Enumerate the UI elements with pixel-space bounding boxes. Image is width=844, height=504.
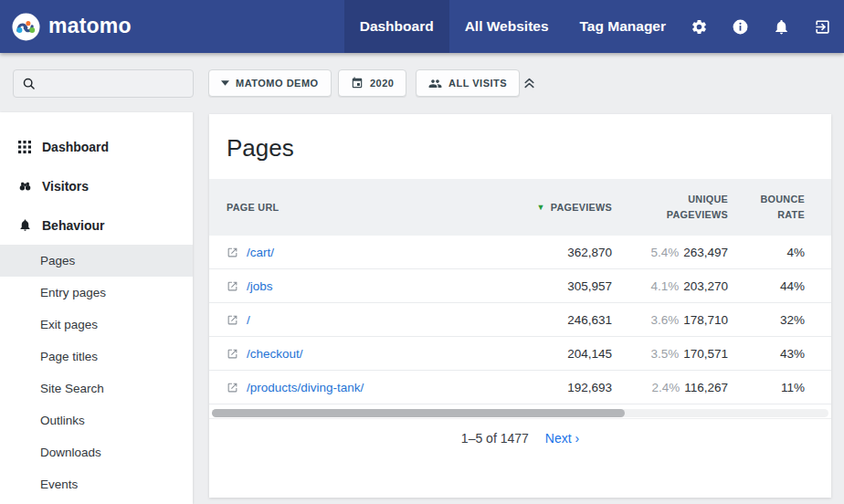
page-url-cell: /jobs [227,279,438,293]
bounce-rate-cell: 43% [728,347,805,361]
horizontal-scrollbar[interactable] [212,409,828,417]
unique-pageviews-percent: 4.1% [650,279,679,293]
nav-tab-dashboard[interactable]: Dashboard [344,0,449,53]
brand-name: matomo [48,14,132,40]
sidebar-item-visitors[interactable]: Visitors [0,166,193,205]
table-row[interactable]: /246,6313.6%178,71032% [209,303,831,337]
nav-tabs: DashboardAll WebsitesTag Manager [344,0,681,53]
pagination-range: 1–5 of 1477 [461,431,529,446]
search-input[interactable] [42,76,185,91]
page-url-cell: /cart/ [227,246,438,259]
sidebar-item-page-titles[interactable]: Page titles [0,341,193,373]
external-link-icon[interactable] [227,382,238,394]
page-url-link[interactable]: /products/diving-tank/ [247,381,364,394]
matomo-logo-icon [12,13,40,41]
table-row[interactable]: /products/diving-tank/192,6932.4%116,267… [209,371,831,404]
unique-pageviews-value: 170,571 [683,347,728,361]
page-url-link[interactable]: /checkout/ [247,347,303,361]
sidebar-item-label: Outlinks [40,414,85,427]
search-box[interactable] [13,69,194,98]
table-body: /cart/362,8705.4%263,4974%/jobs305,9574.… [209,236,831,404]
binoculars-icon [18,179,32,193]
table-row[interactable]: /checkout/204,1453.5%170,57143% [209,337,831,371]
matomo-logo[interactable]: matomo [0,0,132,53]
external-link-icon[interactable] [227,314,238,326]
external-link-icon[interactable] [227,348,238,360]
sidebar-item-label: Pages [40,254,75,268]
nav-tab-all-websites[interactable]: All Websites [449,0,564,53]
page-title: Pages [209,114,831,163]
table-header: PAGE URL ▼PAGEVIEWS UNIQUE PAGEVIEWS BOU… [209,179,831,236]
sidebar-item-downloads[interactable]: Downloads [0,436,193,468]
column-header-unique-pageviews[interactable]: UNIQUE PAGEVIEWS [612,192,728,222]
page-url-link[interactable]: /cart/ [247,246,274,259]
page-url-link[interactable]: / [247,313,250,327]
unique-pageviews-cell: 3.5%170,571 [612,347,728,361]
pageviews-cell: 204,145 [438,347,612,361]
card-footer: 1–5 of 1477Next › [209,418,831,446]
sidebar-item-label: Site Search [40,382,104,395]
signout-icon[interactable] [814,18,831,36]
bell-icon[interactable] [773,18,790,36]
bounce-rate-cell: 32% [728,313,805,327]
unique-pageviews-value: 116,267 [684,381,728,394]
site-selector-button[interactable]: MATOMO DEMO [208,69,332,97]
search-icon [22,77,37,91]
pageviews-cell: 362,870 [438,246,612,259]
nav-icons [681,0,844,53]
people-icon [428,77,442,90]
unique-pageviews-percent: 3.6% [650,313,679,327]
sidebar-item-behaviour[interactable]: Behaviour [0,205,193,245]
sidebar-item-label: Dashboard [42,140,109,154]
external-link-icon[interactable] [227,247,238,258]
pages-report-card: Pages PAGE URL ▼PAGEVIEWS UNIQUE PAGEVIE… [209,114,831,498]
sidebar: DashboardVisitorsBehaviourPagesEntry pag… [0,112,193,504]
period-selector-button[interactable]: 2020 [338,69,406,97]
pagination: 1–5 of 1477Next › [209,419,831,446]
nav-tab-tag-manager[interactable]: Tag Manager [564,0,681,53]
selector-toolbar: MATOMO DEMO 2020 ALL VISITS [0,53,844,112]
pageviews-cell: 192,693 [438,381,612,394]
table-row[interactable]: /jobs305,9574.1%203,27044% [209,269,831,303]
sidebar-item-outlinks[interactable]: Outlinks [0,404,193,436]
period-selector-label: 2020 [370,78,394,89]
segment-selector-button[interactable]: ALL VISITS [416,69,520,97]
next-page-link[interactable]: Next › [545,431,579,446]
matomo-app: matomo DashboardAll WebsitesTag Manager … [0,0,844,504]
gear-icon[interactable] [691,18,708,36]
calendar-icon [351,77,364,89]
unique-pageviews-value: 178,710 [683,313,728,327]
info-icon[interactable] [732,18,749,36]
sidebar-item-site-search[interactable]: Site Search [0,373,193,404]
external-link-icon[interactable] [227,280,238,292]
sidebar-item-entry-pages[interactable]: Entry pages [0,277,193,309]
column-header-bounce-rate[interactable]: BOUNCE RATE [728,192,805,222]
unique-pageviews-percent: 2.4% [651,381,680,394]
page-url-cell: /products/diving-tank/ [227,381,438,394]
unique-pageviews-cell: 5.4%263,497 [612,246,728,259]
sidebar-item-exit-pages[interactable]: Exit pages [0,309,193,341]
sidebar-item-events[interactable]: Events [0,468,193,500]
bounce-rate-cell: 44% [728,279,805,293]
unique-pageviews-percent: 3.5% [650,347,679,361]
column-header-page-url[interactable]: PAGE URL [227,200,438,215]
unique-pageviews-cell: 2.4%116,267 [612,381,728,394]
site-selector-label: MATOMO DEMO [236,78,319,89]
sidebar-item-pages[interactable]: Pages [0,245,193,277]
sidebar-item-label: Visitors [42,179,89,194]
sidebar-item-label: Exit pages [40,318,98,331]
sidebar-item-label: Events [40,478,78,491]
table-row[interactable]: /cart/362,8705.4%263,4974% [209,236,831,269]
unique-pageviews-value: 203,270 [683,279,728,293]
page-url-cell: / [227,313,438,327]
scrollbar-thumb[interactable] [212,409,625,417]
bounce-rate-cell: 4% [728,246,805,259]
sidebar-item-dashboard[interactable]: Dashboard [0,127,193,166]
column-header-pageviews[interactable]: ▼PAGEVIEWS [438,200,612,215]
sidebar-item-label: Page titles [40,350,98,363]
collapse-toolbar-icon[interactable] [522,75,537,90]
bounce-rate-cell: 11% [728,381,805,394]
page-url-link[interactable]: /jobs [247,279,273,293]
grid-icon [18,141,32,153]
pageviews-cell: 305,957 [438,279,612,293]
